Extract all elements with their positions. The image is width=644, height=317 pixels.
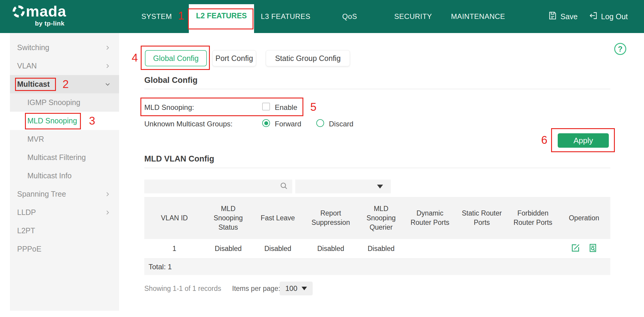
mld-vlan-config-title: MLD VLAN Config (144, 154, 214, 164)
sidebar-item-multicast-info[interactable]: Multicast Info (10, 167, 119, 185)
cell-report-suppression: Disabled (304, 239, 358, 259)
sidebar-item-multicast-filtering[interactable]: Multicast Filtering (10, 148, 119, 167)
col-header-operation: Operation (558, 197, 610, 239)
table-header-row: VLAN ID MLD Snooping Status Fast Leave R… (144, 197, 610, 239)
apply-button[interactable]: Apply (558, 133, 609, 148)
annotation-number-6: 6 (541, 134, 547, 146)
top-navbar: O mada by tp-link SYSTEM L3 FEATURES QoS… (0, 0, 644, 33)
section-divider (144, 89, 610, 89)
mld-snooping-enable-checkbox[interactable] (262, 103, 270, 110)
discard-label: Discard (329, 120, 353, 128)
col-header-mld-snooping-status: MLD Snooping Status (204, 197, 252, 239)
dropdown-arrow-icon (377, 185, 383, 189)
records-count-text: Showing 1-1 of 1 records (144, 285, 221, 293)
chevron-down-icon (104, 81, 111, 88)
nav-item-qos[interactable]: QoS (342, 0, 357, 33)
items-per-page-label: Items per page: (232, 285, 280, 293)
nav-utilities: Save Log Out (548, 0, 628, 33)
sidebar-item-pppoe[interactable]: PPPoE (10, 240, 119, 258)
col-header-dynamic-router-ports: Dynamic Router Ports (404, 197, 455, 239)
section-divider (144, 168, 610, 168)
sidebar-item-vlan[interactable]: VLAN (10, 57, 119, 75)
enable-label: Enable (275, 103, 297, 112)
nav-item-l3-features[interactable]: L3 FEATURES (261, 0, 310, 33)
dropdown-arrow-icon (302, 287, 307, 290)
sidebar-item-multicast[interactable]: Multicast (10, 75, 119, 93)
col-header-report-suppression: Report Suppression (304, 197, 358, 239)
sidebar: Switching VLAN Multicast IGMP Snooping M… (10, 33, 119, 311)
nav-item-system[interactable]: SYSTEM (141, 0, 172, 33)
forward-radio[interactable] (262, 119, 270, 127)
help-icon[interactable]: ? (614, 43, 626, 55)
save-button[interactable]: Save (548, 11, 578, 22)
sidebar-item-mld-snooping[interactable]: MLD Snooping (10, 112, 119, 130)
vlan-filter-dropdown[interactable] (295, 180, 391, 193)
edit-icon[interactable] (571, 243, 580, 255)
col-header-fast-leave: Fast Leave (252, 197, 304, 239)
annotation-number-4: 4 (132, 52, 138, 64)
tp-link-tagline: by tp-link (13, 20, 66, 27)
col-header-vlan-id: VLAN ID (144, 197, 204, 239)
nav-item-maintenance[interactable]: MAINTENANCE (451, 0, 505, 33)
global-config-title: Global Config (144, 76, 198, 85)
omada-o-mark: O (13, 5, 25, 17)
vlan-search-input[interactable] (144, 180, 280, 193)
col-header-mld-snooping-querier: MLD Snooping Querier (358, 197, 404, 239)
tab-port-config[interactable]: Port Config (212, 50, 256, 66)
col-header-forbidden-router-ports: Forbidden Router Ports (508, 197, 558, 239)
chevron-right-icon (104, 191, 111, 198)
annotation-number-5: 5 (310, 101, 317, 113)
forward-label: Forward (275, 120, 301, 128)
table-row: 1 Disabled Disabled Disabled Disabled (144, 239, 610, 259)
nav-item-l2-features[interactable]: L2 FEATURES (189, 4, 254, 33)
sidebar-item-switching[interactable]: Switching (10, 38, 119, 57)
chevron-right-icon (104, 62, 111, 70)
col-header-static-router-ports: Static Router Ports (455, 197, 508, 239)
sidebar-item-spanning-tree[interactable]: Spanning Tree (10, 185, 119, 203)
omada-wordmark: mada (26, 4, 66, 19)
search-icon (280, 182, 292, 191)
logout-icon (588, 11, 598, 22)
tab-static-group-config[interactable]: Static Group Config (266, 50, 350, 66)
items-per-page-dropdown[interactable]: 100 (280, 282, 313, 295)
save-icon (548, 11, 557, 22)
table-total-row: Total: 1 (144, 259, 610, 275)
discard-radio[interactable] (316, 119, 324, 127)
sidebar-item-igmp-snooping[interactable]: IGMP Snooping (10, 93, 119, 112)
cell-forbidden-router-ports (508, 239, 558, 259)
chevron-right-icon (104, 44, 111, 51)
omada-switch-ui: O mada by tp-link SYSTEM L3 FEATURES QoS… (0, 0, 644, 317)
unknown-multicast-groups-label: Unknown Multicast Groups: (144, 120, 232, 128)
cell-mld-snooping-status: Disabled (204, 239, 252, 259)
sidebar-item-l2pt[interactable]: L2PT (10, 222, 119, 240)
cell-mld-snooping-querier: Disabled (358, 239, 404, 259)
cell-static-router-ports (455, 239, 508, 259)
cell-operation (558, 239, 610, 259)
cell-fast-leave: Disabled (252, 239, 304, 259)
sidebar-item-mvr[interactable]: MVR (10, 130, 119, 148)
chevron-right-icon (104, 209, 111, 216)
vlan-search-box (144, 180, 292, 193)
mld-snooping-label: MLD Snooping: (144, 103, 194, 112)
nav-item-security[interactable]: SECURITY (394, 0, 432, 33)
logout-button[interactable]: Log Out (588, 11, 628, 22)
mld-vlan-table: VLAN ID MLD Snooping Status Fast Leave R… (144, 197, 610, 275)
sidebar-item-lldp[interactable]: LLDP (10, 203, 119, 222)
view-details-icon[interactable] (588, 243, 598, 255)
omada-logo: O mada by tp-link (13, 4, 66, 27)
cell-vlan-id: 1 (144, 239, 204, 259)
tab-global-config[interactable]: Global Config (145, 50, 207, 66)
cell-dynamic-router-ports (404, 239, 455, 259)
